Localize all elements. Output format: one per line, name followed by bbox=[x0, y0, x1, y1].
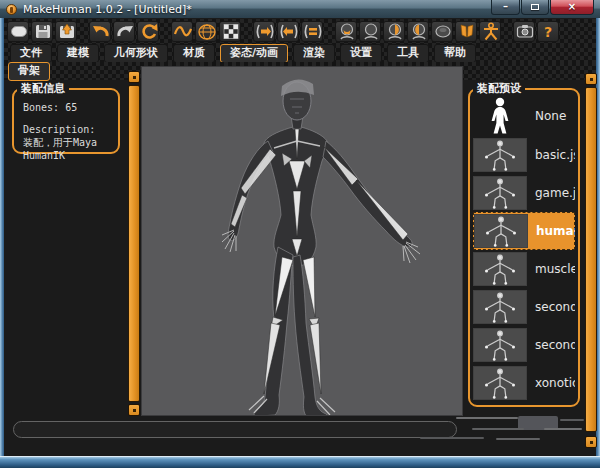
smooth-shading-button[interactable] bbox=[171, 21, 193, 42]
grab-screenshot-icon bbox=[514, 21, 534, 42]
preset-item-none[interactable]: None bbox=[473, 96, 575, 136]
undo-button[interactable] bbox=[89, 21, 111, 42]
preset-item-second-b[interactable]: second_... bbox=[473, 326, 575, 364]
human-model-render bbox=[142, 67, 463, 416]
save-button[interactable] bbox=[31, 21, 53, 42]
front-view-icon bbox=[336, 21, 356, 42]
rig-preset-list: None basic.json game.js... bbox=[473, 96, 575, 401]
preset-label: xonotic.j... bbox=[535, 376, 575, 390]
preset-item-second-a[interactable]: second_... bbox=[473, 288, 575, 326]
reset-camera-icon bbox=[138, 21, 158, 42]
preset-item-xonotic[interactable]: xonotic.j... bbox=[473, 364, 575, 401]
rig-description-label: Description: 装配，用于Maya HumanIK bbox=[23, 123, 111, 162]
toggle-background-icon bbox=[220, 21, 240, 42]
skeleton-thumbnail-icon bbox=[473, 290, 527, 324]
preset-label: game.js... bbox=[535, 186, 575, 200]
window-controls: – × bbox=[491, 0, 594, 15]
maximize-button[interactable] bbox=[521, 0, 549, 15]
right-view-icon bbox=[384, 21, 404, 42]
global-camera-button[interactable] bbox=[479, 21, 501, 42]
rig-info-groupbox: 装配信息 Bones: 65 Description: 装配，用于Maya Hu… bbox=[12, 88, 120, 154]
maximize-icon bbox=[531, 4, 539, 10]
tab-modelling[interactable]: 建模 bbox=[57, 44, 99, 63]
rotate-right-button[interactable] bbox=[253, 21, 275, 42]
back-view-button[interactable] bbox=[359, 21, 381, 42]
toolbar: ? bbox=[4, 19, 596, 44]
minimize-button[interactable]: – bbox=[491, 0, 520, 15]
left-panel-scrollbar[interactable] bbox=[128, 71, 140, 416]
scrollbar-thumb[interactable] bbox=[128, 85, 140, 402]
tab-files[interactable]: 文件 bbox=[10, 44, 52, 63]
symmetry-button[interactable] bbox=[301, 21, 323, 42]
save-icon bbox=[32, 21, 52, 42]
makehuman-logo-icon bbox=[6, 4, 17, 15]
top-view-button[interactable] bbox=[431, 21, 453, 42]
rig-presets-title: 装配预设 bbox=[473, 81, 525, 96]
main-tab-bar: 文件 建模 几何形状 材质 姿态/动画 渲染 设置 工具 帮助 bbox=[4, 44, 596, 62]
reset-camera-button[interactable] bbox=[137, 21, 159, 42]
bottom-view-button[interactable] bbox=[455, 21, 477, 42]
front-view-button[interactable] bbox=[335, 21, 357, 42]
preset-item-basic[interactable]: basic.json bbox=[473, 136, 575, 174]
new-file-icon bbox=[8, 21, 28, 42]
3d-viewport[interactable] bbox=[141, 66, 463, 416]
skeleton-thumbnail-icon bbox=[474, 214, 528, 248]
preset-item-game[interactable]: game.js... bbox=[473, 174, 575, 212]
tab-utilities[interactable]: 工具 bbox=[387, 44, 429, 63]
tab-geometries[interactable]: 几何形状 bbox=[104, 44, 168, 63]
right-view-button[interactable] bbox=[383, 21, 405, 42]
load-button[interactable] bbox=[55, 21, 77, 42]
preset-label: None bbox=[535, 109, 566, 123]
preset-item-humanik[interactable]: humani... bbox=[473, 212, 575, 250]
scroll-down-button[interactable] bbox=[128, 404, 140, 416]
rig-info-title: 装配信息 bbox=[17, 81, 69, 96]
help-button[interactable]: ? bbox=[537, 21, 559, 42]
skeleton-thumbnail-icon bbox=[473, 176, 527, 210]
minimize-icon: – bbox=[503, 2, 508, 12]
skeleton-thumbnail-icon bbox=[473, 366, 527, 400]
skeleton-thumbnail-icon bbox=[473, 252, 527, 286]
toggle-background-button[interactable] bbox=[219, 21, 241, 42]
close-button[interactable]: × bbox=[550, 0, 594, 15]
scroll-up-button[interactable] bbox=[585, 73, 597, 85]
window-title: MakeHuman 1.0.2 - [Untitled]* bbox=[23, 3, 192, 16]
subtab-skeleton[interactable]: 骨架 bbox=[8, 62, 50, 81]
scrollbar-thumb[interactable] bbox=[585, 87, 597, 432]
rotate-left-button[interactable] bbox=[277, 21, 299, 42]
status-bar bbox=[13, 421, 457, 438]
right-panel-scrollbar[interactable] bbox=[585, 73, 597, 448]
preset-label: muscles... bbox=[535, 262, 575, 276]
rig-presets-groupbox: 装配预设 None basic.json bbox=[468, 88, 580, 407]
tab-materials[interactable]: 材质 bbox=[173, 44, 215, 63]
app-window: MakeHuman 1.0.2 - [Untitled]* – × bbox=[0, 0, 600, 468]
redo-icon bbox=[114, 21, 134, 42]
left-view-button[interactable] bbox=[407, 21, 429, 42]
left-view-icon bbox=[408, 21, 428, 42]
tab-pose-animate[interactable]: 姿态/动画 bbox=[220, 44, 288, 63]
load-icon bbox=[56, 21, 76, 42]
window-border-bottom bbox=[0, 456, 600, 468]
back-view-icon bbox=[360, 21, 380, 42]
scroll-up-button[interactable] bbox=[128, 71, 140, 83]
new-file-button[interactable] bbox=[7, 21, 29, 42]
smooth-shading-icon bbox=[172, 21, 192, 42]
skeleton-thumbnail-icon bbox=[473, 138, 527, 172]
grab-screenshot-button[interactable] bbox=[513, 21, 535, 42]
preset-item-muscles[interactable]: muscles... bbox=[473, 250, 575, 288]
skeleton-thumbnail-icon bbox=[473, 328, 527, 362]
undo-icon bbox=[90, 21, 110, 42]
bottom-view-icon bbox=[456, 21, 476, 42]
wireframe-icon bbox=[196, 21, 216, 42]
redo-button[interactable] bbox=[113, 21, 135, 42]
top-view-icon bbox=[432, 21, 452, 42]
symmetry-icon bbox=[302, 21, 322, 42]
app-client-area: ? 文件 建模 几何形状 材质 姿态/动画 渲染 设置 工具 帮助 骨架 装配信… bbox=[4, 18, 596, 456]
none-silhouette-icon bbox=[473, 99, 527, 133]
preset-label: basic.json bbox=[535, 148, 575, 162]
scroll-down-button[interactable] bbox=[585, 436, 597, 448]
preset-label: humani... bbox=[536, 224, 575, 238]
tab-settings[interactable]: 设置 bbox=[340, 44, 382, 63]
tab-help[interactable]: 帮助 bbox=[434, 44, 476, 63]
tab-rendering[interactable]: 渲染 bbox=[293, 44, 335, 63]
wireframe-button[interactable] bbox=[195, 21, 217, 42]
